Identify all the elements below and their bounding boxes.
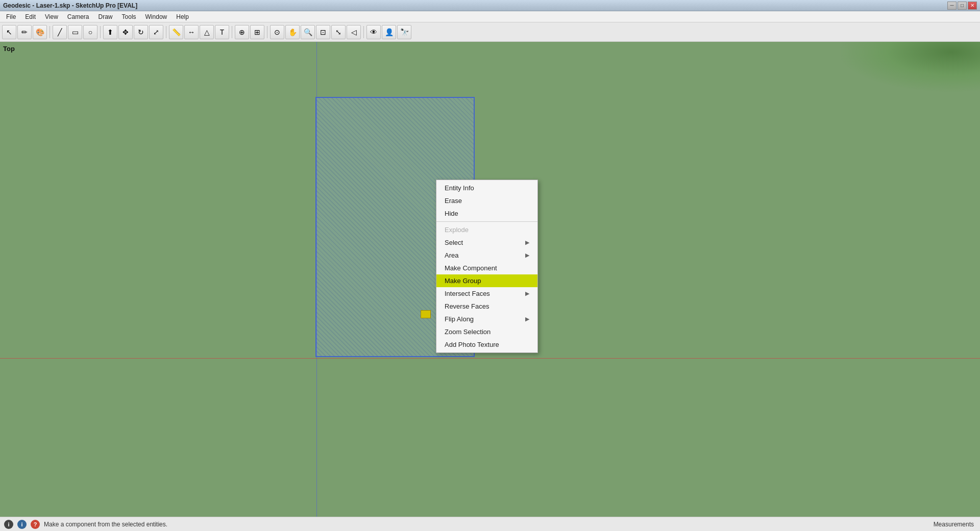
menu-bar: File Edit View Camera Draw Tools Window …: [0, 11, 980, 22]
menu-tools[interactable]: Tools: [118, 12, 140, 21]
tape-measure-button[interactable]: 📏: [169, 25, 183, 39]
move-tool-button[interactable]: ✥: [118, 25, 133, 39]
ctx-separator-1: [436, 221, 537, 222]
select-arrow-icon: ▶: [525, 239, 529, 246]
toolbar-separator-4: [232, 26, 232, 38]
pan-button[interactable]: ✋: [285, 25, 300, 39]
info-icon-dark[interactable]: i: [4, 520, 13, 529]
rectangle-tool-button[interactable]: ▭: [68, 25, 82, 39]
ctx-entity-info[interactable]: Entity Info: [436, 182, 537, 194]
ctx-make-group[interactable]: Make Group: [436, 274, 537, 287]
paint-bucket-button[interactable]: 🎨: [33, 25, 47, 39]
menu-window[interactable]: Window: [141, 12, 172, 21]
zoom-button[interactable]: 🔍: [301, 25, 315, 39]
toolbar-separator-5: [267, 26, 267, 38]
rotate-tool-button[interactable]: ↻: [134, 25, 148, 39]
help-icon[interactable]: ?: [31, 520, 40, 529]
close-button[interactable]: ✕: [968, 2, 977, 10]
select-tool-button[interactable]: ↖: [2, 25, 16, 39]
toolbar-separator-3: [166, 26, 166, 38]
dimension-button[interactable]: ↔: [184, 25, 199, 39]
protractor-button[interactable]: △: [200, 25, 214, 39]
menu-camera[interactable]: Camera: [63, 12, 93, 21]
eraser-tool-button[interactable]: ✏: [17, 25, 32, 39]
title-bar: Geodesic - Laser-1.skp - SketchUp Pro [E…: [0, 0, 980, 11]
status-text: Make a component from the selected entit…: [44, 521, 167, 528]
cursor-indicator: [421, 310, 431, 318]
axes-button[interactable]: ⊕: [235, 25, 249, 39]
canvas-area[interactable]: Top Entity Info Erase Hide Explode Selec…: [0, 42, 980, 517]
ctx-flip-along[interactable]: Flip Along ▶: [436, 313, 537, 325]
zoom-window-button[interactable]: ⊡: [316, 25, 330, 39]
push-pull-button[interactable]: ⬆: [103, 25, 117, 39]
position-camera-button[interactable]: 👤: [382, 25, 396, 39]
ctx-zoom-selection[interactable]: Zoom Selection: [436, 325, 537, 338]
horizontal-axis-line: [0, 358, 980, 359]
menu-help[interactable]: Help: [172, 12, 193, 21]
orbit-button[interactable]: ⊙: [270, 25, 284, 39]
ctx-make-component[interactable]: Make Component: [436, 262, 537, 274]
window-title: Geodesic - Laser-1.skp - SketchUp Pro [E…: [3, 2, 137, 9]
info-icon-blue[interactable]: i: [17, 520, 27, 529]
section-plane-button[interactable]: ⊞: [250, 25, 264, 39]
maximize-button[interactable]: □: [958, 2, 967, 10]
toolbar-separator-1: [50, 26, 50, 38]
menu-view[interactable]: View: [41, 12, 62, 21]
flip-arrow-icon: ▶: [525, 316, 529, 322]
text-tool-button[interactable]: T: [215, 25, 229, 39]
ctx-select[interactable]: Select ▶: [436, 236, 537, 249]
intersect-arrow-icon: ▶: [525, 290, 529, 297]
ctx-area[interactable]: Area ▶: [436, 249, 537, 262]
ctx-hide[interactable]: Hide: [436, 207, 537, 220]
ctx-explode: Explode: [436, 223, 537, 236]
previous-view-button[interactable]: ◁: [347, 25, 361, 39]
line-tool-button[interactable]: ╱: [53, 25, 67, 39]
menu-draw[interactable]: Draw: [94, 12, 117, 21]
ctx-reverse-faces[interactable]: Reverse Faces: [436, 300, 537, 313]
scale-tool-button[interactable]: ⤢: [149, 25, 163, 39]
lookaround-button[interactable]: 🔭: [397, 25, 411, 39]
title-buttons: ─ □ ✕: [947, 2, 977, 10]
ctx-add-photo-texture[interactable]: Add Photo Texture: [436, 338, 537, 351]
status-bar: i i ? Make a component from the selected…: [0, 517, 980, 531]
status-left: i i ? Make a component from the selected…: [4, 520, 167, 529]
zoom-extents-button[interactable]: ⤡: [331, 25, 346, 39]
area-arrow-icon: ▶: [525, 252, 529, 259]
toolbar-separator-2: [100, 26, 101, 38]
menu-file[interactable]: File: [2, 12, 20, 21]
circle-tool-button[interactable]: ○: [83, 25, 97, 39]
ctx-erase[interactable]: Erase: [436, 194, 537, 207]
minimize-button[interactable]: ─: [947, 2, 957, 10]
foliage-decoration: [837, 42, 980, 93]
context-menu: Entity Info Erase Hide Explode Select ▶ …: [436, 180, 538, 353]
toolbar-separator-6: [363, 26, 364, 38]
ctx-intersect-faces[interactable]: Intersect Faces ▶: [436, 287, 537, 300]
menu-edit[interactable]: Edit: [21, 12, 40, 21]
view-label: Top: [3, 45, 15, 53]
toolbar: ↖ ✏ 🎨 ╱ ▭ ○ ⬆ ✥ ↻ ⤢ 📏 ↔ △ T ⊕ ⊞ ⊙ ✋ 🔍 ⊡ …: [0, 22, 980, 42]
walkthrough-button[interactable]: 👁: [366, 25, 381, 39]
measurements-label: Measurements: [934, 521, 974, 528]
